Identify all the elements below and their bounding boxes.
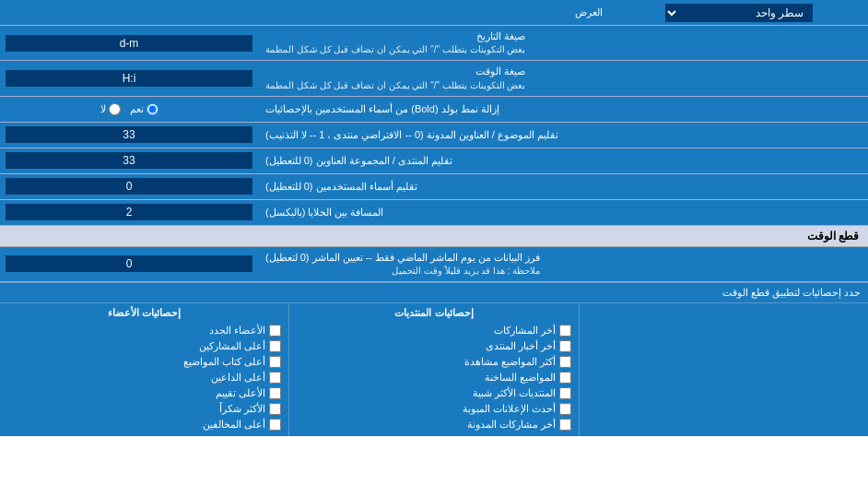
stats-forum-item-3: أكثر المواضيع مشاهدة <box>297 354 570 370</box>
stats-forum-item-6: أحدث الإعلانات المبوبة <box>297 401 570 417</box>
stats-limit-label: حدد إحصائيات لتطبيق قطع الوقت <box>0 283 868 303</box>
cutoff-note: ملاحظة : هذا قد يزيد قليلاً وقت التحميل <box>265 265 540 278</box>
stats-members-header: إحصائيات الأعضاء <box>7 307 281 319</box>
stats-forum-item-4: المواضيع الساخنة <box>297 370 570 385</box>
cutoff-main: فرز البيانات من يوم الماشر الماضي فقط --… <box>265 251 540 265</box>
stats-forum-label-7: أخر مشاركات المدونة <box>467 419 556 431</box>
bold-remove-input-wrap: نعم لا <box>0 97 258 122</box>
stats-member-checkbox-6[interactable] <box>269 403 281 415</box>
cell-spacing-input[interactable] <box>6 204 252 220</box>
stats-forum-checkbox-7[interactable] <box>559 419 571 431</box>
stats-forum-label-5: المنتديات الأكثر شبية <box>473 387 556 399</box>
stats-forum-label-2: أخر أخبار المنتدى <box>486 340 556 352</box>
stats-member-label-6: الأكثر شكراً <box>219 403 265 415</box>
stats-member-label-4: أعلى الداعين <box>211 372 265 384</box>
cutoff-input[interactable] <box>6 255 252 272</box>
cell-spacing-input-wrap <box>0 200 258 225</box>
date-format-label: صيغة التاريخ بعض التكوينات يتطلب "/" الت… <box>258 26 868 60</box>
cutoff-input-wrap <box>0 247 258 281</box>
stats-forum-label-1: أخر المشاركات <box>494 325 556 337</box>
bold-remove-no-label[interactable]: لا <box>100 103 121 115</box>
forum-address-input[interactable] <box>6 152 252 169</box>
forum-address-input-wrap <box>0 148 258 173</box>
stats-member-label-3: أعلى كتاب المواضيع <box>183 356 265 368</box>
stats-col-forums: إحصائيات المنتديات أخر المشاركات أخر أخب… <box>288 303 578 436</box>
bold-remove-yes-radio[interactable] <box>147 103 158 115</box>
cell-spacing-label: المسافة بين الخلايا (بالبكسل) <box>258 200 868 225</box>
time-format-input-wrap <box>0 61 258 95</box>
stats-forum-checkbox-6[interactable] <box>559 403 571 415</box>
stats-forum-checkbox-5[interactable] <box>559 387 571 399</box>
time-format-input[interactable] <box>6 70 252 87</box>
stats-member-item-2: أعلى المشاركين <box>7 338 281 354</box>
stats-member-checkbox-4[interactable] <box>269 372 281 384</box>
stats-forum-checkbox-4[interactable] <box>559 372 571 384</box>
stats-member-item-7: أعلى المخالفين <box>7 417 281 432</box>
stats-member-label-2: أعلى المشاركين <box>199 340 265 352</box>
forum-address-row: تقليم المنتدى / المجموعة العناوين (0 للت… <box>0 148 868 174</box>
date-format-input[interactable] <box>6 35 252 52</box>
date-format-main: صيغة التاريخ <box>265 30 525 43</box>
stats-forums-header: إحصائيات المنتديات <box>297 307 570 319</box>
stats-col-members: إحصائيات الأعضاء الأعضاء الجدد أعلى المش… <box>0 303 288 436</box>
stats-forum-checkbox-1[interactable] <box>559 325 571 337</box>
display-mode-row: سطر واحد سطران ثلاثة أسطر العرض <box>0 0 868 26</box>
stats-forum-item-5: المنتديات الأكثر شبية <box>297 385 570 401</box>
date-format-input-wrap <box>0 26 258 60</box>
topic-address-input-wrap <box>0 123 258 148</box>
user-names-row: تقليم أسماء المستخدمين (0 للتعطيل) <box>0 174 868 200</box>
cell-spacing-row: المسافة بين الخلايا (بالبكسل) <box>0 200 868 226</box>
bold-remove-label: إزالة نمط بولد (Bold) من أسماء المستخدمي… <box>258 97 868 122</box>
time-format-sub: بعض التكوينات يتطلب "/" التي يمكن ان تضا… <box>265 79 525 92</box>
display-mode-select[interactable]: سطر واحد سطران ثلاثة أسطر <box>665 4 813 22</box>
stats-member-item-1: الأعضاء الجدد <box>7 323 281 338</box>
stats-col-empty <box>579 303 868 436</box>
topic-address-input[interactable] <box>6 126 252 143</box>
bold-remove-row: إزالة نمط بولد (Bold) من أسماء المستخدمي… <box>0 97 868 123</box>
stats-member-checkbox-5[interactable] <box>269 387 281 399</box>
stats-member-label-1: الأعضاء الجدد <box>209 325 265 337</box>
bold-remove-no-radio[interactable] <box>109 103 121 115</box>
stats-columns: إحصائيات المنتديات أخر المشاركات أخر أخب… <box>0 303 868 436</box>
user-names-input[interactable] <box>6 178 252 195</box>
bold-remove-radio-group: نعم لا <box>100 103 158 115</box>
bold-remove-yes-label[interactable]: نعم <box>130 103 158 115</box>
cutoff-label: فرز البيانات من يوم الماشر الماضي فقط --… <box>258 247 868 281</box>
stats-member-checkbox-3[interactable] <box>269 356 281 368</box>
stats-forum-label-4: المواضيع الساخنة <box>485 372 556 384</box>
stats-section: حدد إحصائيات لتطبيق قطع الوقت إحصائيات ا… <box>0 282 868 436</box>
time-format-label: صيغة الوقت بعض التكوينات يتطلب "/" التي … <box>258 61 868 95</box>
stats-forum-label-3: أكثر المواضيع مشاهدة <box>464 356 556 368</box>
topic-address-row: تقليم الموضوع / العناوين المدونة (0 -- ا… <box>0 123 868 148</box>
display-mode-label: العرض <box>0 3 610 22</box>
date-format-row: صيغة التاريخ بعض التكوينات يتطلب "/" الت… <box>0 26 868 61</box>
stats-member-checkbox-7[interactable] <box>269 419 281 431</box>
topic-address-label: تقليم الموضوع / العناوين المدونة (0 -- ا… <box>258 123 868 148</box>
time-format-row: صيغة الوقت بعض التكوينات يتطلب "/" التي … <box>0 61 868 96</box>
stats-forum-item-1: أخر المشاركات <box>297 323 570 338</box>
stats-member-item-6: الأكثر شكراً <box>7 401 281 417</box>
stats-forum-label-6: أحدث الإعلانات المبوبة <box>463 403 556 415</box>
forum-address-label: تقليم المنتدى / المجموعة العناوين (0 للت… <box>258 148 868 173</box>
stats-forum-checkbox-2[interactable] <box>559 340 571 352</box>
stats-forum-item-7: أخر مشاركات المدونة <box>297 417 570 432</box>
cutoff-section-header: قطع الوقت <box>0 226 868 247</box>
time-format-main: صيغة الوقت <box>265 65 525 78</box>
stats-member-checkbox-2[interactable] <box>269 340 281 352</box>
stats-forum-item-2: أخر أخبار المنتدى <box>297 338 570 354</box>
display-mode-input[interactable]: سطر واحد سطران ثلاثة أسطر <box>610 1 868 25</box>
stats-member-item-5: الأعلى تقييم <box>7 385 281 401</box>
stats-member-label-7: أعلى المخالفين <box>203 419 265 431</box>
cutoff-row: فرز البيانات من يوم الماشر الماضي فقط --… <box>0 247 868 282</box>
stats-member-item-4: أعلى الداعين <box>7 370 281 385</box>
stats-member-checkbox-1[interactable] <box>269 325 281 337</box>
stats-forum-checkbox-3[interactable] <box>559 356 571 368</box>
stats-member-label-5: الأعلى تقييم <box>216 387 265 399</box>
user-names-label: تقليم أسماء المستخدمين (0 للتعطيل) <box>258 174 868 199</box>
user-names-input-wrap <box>0 174 258 199</box>
date-format-sub: بعض التكوينات يتطلب "/" التي يمكن ان تضا… <box>265 43 525 56</box>
stats-member-item-3: أعلى كتاب المواضيع <box>7 354 281 370</box>
